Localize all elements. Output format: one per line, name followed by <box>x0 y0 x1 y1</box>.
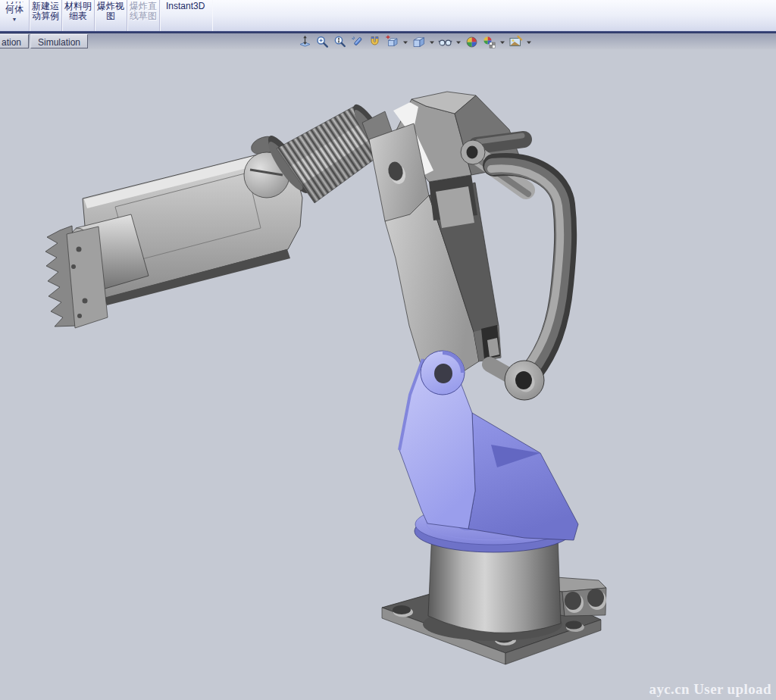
zoom-in-out-icon[interactable] <box>333 35 347 49</box>
link-pin <box>477 136 524 145</box>
rotate-view-icon[interactable] <box>350 35 365 49</box>
view-orientation-dropdown-icon[interactable] <box>429 35 435 49</box>
watermark: ayc.cn User upload <box>649 681 771 698</box>
apply-scene-icon[interactable] <box>508 35 523 49</box>
tab-simulation[interactable]: Simulation <box>30 34 88 48</box>
section-view-dropdown-icon[interactable] <box>402 35 408 49</box>
tab-clipped[interactable]: ation <box>0 34 29 48</box>
toolbar-button-geometry-partial[interactable]: 何体 何体 ▼ <box>0 0 30 31</box>
zoom-to-fit-icon[interactable] <box>298 35 312 49</box>
toolbar-button-instant3d[interactable]: Instant3D <box>160 0 212 31</box>
toolbar-button-new-motion-study[interactable]: 新建运 动算例 <box>30 0 62 31</box>
toolbar-button-explode-line-sketch: 爆炸直 线草图 <box>127 0 160 31</box>
display-style-dropdown-icon[interactable] <box>455 35 462 49</box>
shoulder-bracket[interactable] <box>399 351 578 540</box>
edit-appearance-dropdown-icon[interactable] <box>499 35 505 49</box>
view-orientation-icon[interactable] <box>411 35 426 49</box>
link-boss <box>505 361 544 400</box>
shoulder-pivot-lobe <box>421 351 465 395</box>
forearm[interactable] <box>45 101 393 328</box>
toolbar-button-bill-of-materials[interactable]: 材料明 细表 <box>62 0 95 31</box>
zoom-to-area-icon[interactable] <box>315 35 330 49</box>
toolbar-button-exploded-view[interactable]: 爆炸视 图 <box>95 0 127 31</box>
display-style-icon[interactable] <box>438 35 452 49</box>
toolbar-button-label: 何体 <box>5 5 23 14</box>
apply-scene-dropdown-icon[interactable] <box>526 35 532 49</box>
graphics-viewport[interactable]: ayc.cn User upload <box>0 48 776 700</box>
solidworks-window: { "window": { "viewport_background": "#c… <box>0 0 776 700</box>
section-view-icon[interactable] <box>385 35 399 49</box>
chevron-down-icon[interactable]: ▼ <box>12 17 17 23</box>
edit-appearance-icon[interactable] <box>482 35 496 49</box>
3d-drawing-view-icon[interactable] <box>368 35 382 49</box>
robot-arm-assembly <box>0 48 776 700</box>
command-manager-toolbar: 何体 何体 ▼ 新建运 动算例 材料明 细表 爆炸视 图 爆炸直 线草图 Ins… <box>0 0 776 31</box>
toolbar-bottom-strip <box>0 31 776 33</box>
wrist-gripper[interactable] <box>45 214 149 328</box>
heads-up-view-toolbar <box>298 34 532 49</box>
hide-show-items-icon[interactable] <box>465 35 479 49</box>
